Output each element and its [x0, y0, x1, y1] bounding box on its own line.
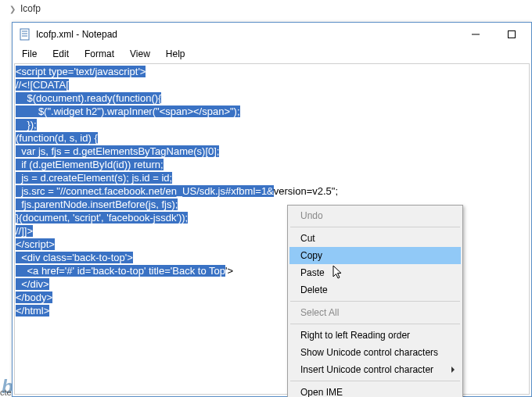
code-line: var js, fjs = d.getElementsByTagName(s)[… — [16, 145, 219, 157]
breadcrumb-item[interactable]: Icofp — [20, 3, 41, 14]
menubar: File Edit Format View Help — [13, 46, 531, 62]
menu-edit[interactable]: Edit — [46, 47, 75, 61]
code-line: $(document).ready(function(){ — [16, 92, 161, 104]
ctx-delete[interactable]: Delete — [289, 281, 461, 299]
code-line: fjs.parentNode.insertBefore(js, fjs); — [16, 198, 178, 210]
code-line-tail: '> — [225, 265, 233, 277]
chevron-right-icon: ❯ — [9, 5, 16, 13]
separator — [290, 324, 460, 324]
menu-file[interactable]: File — [16, 47, 43, 61]
code-line: (function(d, s, id) { — [16, 132, 98, 144]
code-line: <a href='#' id='back-to-top' title='Back… — [16, 265, 225, 277]
separator — [290, 381, 460, 381]
menu-format[interactable]: Format — [78, 47, 120, 61]
ctx-copy[interactable]: Copy — [289, 247, 461, 264]
code-line: }); — [16, 119, 37, 131]
code-line: js = d.createElement(s); js.id = id; — [16, 172, 172, 184]
window-title: Icofp.xml - Notepad — [36, 29, 117, 40]
ctx-show-ucc[interactable]: Show Unicode control characters — [289, 344, 461, 361]
code-line: //]]> — [16, 225, 33, 237]
separator — [290, 227, 460, 227]
breadcrumb: ❯ Icofp — [0, 0, 532, 17]
code-line: <script type='text/javascript'> — [16, 66, 146, 77]
code-line: </div> — [16, 278, 49, 290]
notepad-icon — [19, 28, 31, 41]
titlebar[interactable]: Icofp.xml - Notepad — [13, 23, 531, 46]
ctx-rtl[interactable]: Right to left Reading order — [289, 327, 461, 344]
separator — [290, 301, 460, 302]
code-line: $(".widget h2").wrapInner("<span></span>… — [16, 106, 240, 117]
code-line-tail: version=v2.5"; — [274, 185, 338, 197]
code-line: js.src = "//connect.facebook.net/en_US/s… — [16, 185, 274, 197]
ctx-paste[interactable]: Paste — [289, 264, 461, 281]
ctx-cut[interactable]: Cut — [289, 230, 461, 247]
cursor-icon — [332, 265, 345, 281]
menu-view[interactable]: View — [124, 47, 156, 61]
menu-help[interactable]: Help — [160, 47, 192, 61]
context-menu: Undo Cut Copy Paste Delete Select All Ri… — [287, 205, 463, 397]
code-line: <div class='back-to-top'> — [16, 252, 133, 263]
ctx-select-all[interactable]: Select All — [289, 304, 461, 321]
svg-rect-0 — [20, 29, 29, 40]
code-line: //<![CDATA[ — [16, 79, 69, 91]
code-line: if (d.getElementById(id)) return; — [16, 159, 164, 170]
ctx-undo[interactable]: Undo — [289, 207, 461, 224]
ctx-insert-ucc[interactable]: Insert Unicode control character — [289, 361, 461, 378]
minimize-button[interactable] — [458, 23, 494, 45]
code-line: </body> — [16, 291, 52, 303]
ctx-open-ime[interactable]: Open IME — [289, 384, 461, 397]
code-line: }(document, 'script', 'facebook-jssdk'))… — [16, 212, 188, 224]
svg-rect-5 — [509, 31, 516, 38]
code-line: </script> — [16, 238, 55, 250]
maximize-button[interactable] — [494, 23, 530, 45]
code-line: </html> — [16, 305, 49, 317]
